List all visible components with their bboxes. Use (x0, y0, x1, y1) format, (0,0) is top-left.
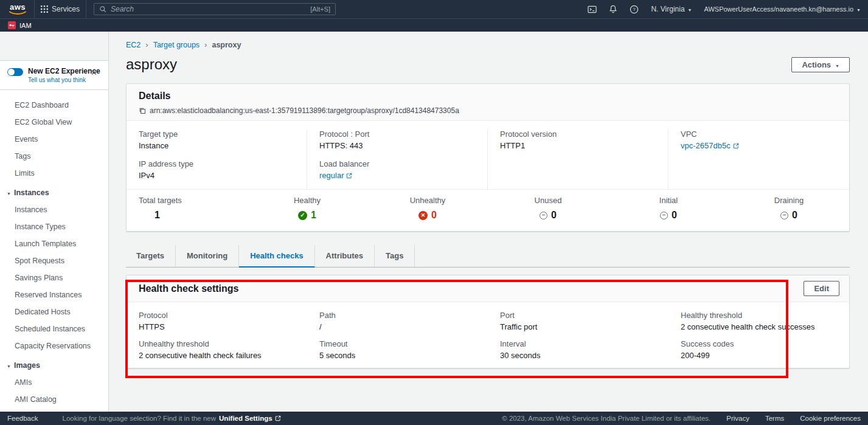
aws-logo[interactable]: aws (7, 2, 28, 16)
sidebar-item-ec2-global-view[interactable]: EC2 Global View (0, 116, 108, 129)
breadcrumb: EC2 Target groups asproxy (126, 40, 850, 49)
actions-button[interactable]: Actions (791, 57, 850, 72)
tab-attributes[interactable]: Attributes (315, 245, 375, 267)
experience-toggle[interactable] (7, 68, 23, 76)
external-link-icon (733, 143, 739, 149)
healthy-status-icon (298, 211, 307, 220)
field-hc-path: Path / (307, 311, 488, 332)
sidebar-item-scheduled-instances[interactable]: Scheduled Instances (0, 322, 108, 336)
sidebar-item-events[interactable]: Events (0, 133, 108, 146)
divider (86, 0, 86, 18)
details-card: Details arn:aws:elasticloadbalancing:us-… (126, 83, 850, 232)
load-balancer-link[interactable]: regular (319, 170, 352, 181)
sidebar-nav: EC2 Dashboard EC2 Global View Events Tag… (0, 90, 108, 412)
counter-unhealthy: Unhealthy 0 (367, 196, 488, 221)
experience-feedback-link[interactable]: Tell us what you think (28, 77, 86, 83)
field-hc-port: Port Traffic port (488, 311, 668, 332)
sidebar-item-amis[interactable]: AMIs (0, 376, 108, 389)
search-input[interactable] (111, 5, 306, 13)
health-check-header: Health check settings Edit (127, 275, 849, 302)
sidebar-section-instances[interactable]: Instances (0, 186, 108, 199)
vpc-link[interactable]: vpc-2657db5c (681, 140, 739, 151)
details-title: Details (139, 90, 837, 102)
sidebar-item-reserved-instances[interactable]: Reserved Instances (0, 288, 108, 302)
page-title: asproxy (126, 55, 177, 74)
unified-settings-link[interactable]: Unified Settings (219, 415, 281, 422)
caret-down-icon (7, 361, 11, 370)
details-header: Details arn:aws:elasticloadbalancing:us-… (127, 84, 849, 121)
sidebar-item-ami-catalog[interactable]: AMI Catalog (0, 393, 108, 406)
counter-unused: Unused 0 (488, 196, 608, 221)
sidebar-item-spot-requests[interactable]: Spot Requests (0, 254, 108, 268)
sidebar-item-capacity-reservations[interactable]: Capacity Reservations (0, 339, 108, 353)
search-icon (99, 5, 106, 13)
health-check-title: Health check settings (139, 283, 239, 295)
tab-health-checks[interactable]: Health checks (239, 245, 314, 268)
breadcrumb-current: asproxy (212, 41, 241, 49)
chevron-down-icon (688, 5, 692, 13)
external-link-icon (275, 415, 281, 421)
breadcrumb-ec2[interactable]: EC2 (126, 41, 141, 49)
section-title: Images (14, 361, 40, 370)
services-menu[interactable]: Services (41, 5, 80, 13)
iam-service-icon (8, 21, 16, 29)
search-shortcut: [Alt+S] (310, 5, 330, 13)
cloudshell-icon[interactable] (588, 5, 597, 14)
aws-smile-icon (9, 11, 27, 15)
field-hc-timeout: Timeout 5 seconds (307, 339, 488, 361)
edit-label: Edit (814, 284, 829, 293)
counter-initial: Initial 0 (608, 196, 729, 221)
field-hc-healthy-threshold: Healthy threshold 2 consecutive health c… (668, 311, 849, 332)
help-icon[interactable]: ? (630, 5, 639, 14)
copy-icon[interactable] (139, 107, 146, 114)
neutral-status-icon (660, 212, 668, 219)
favorites-bar: IAM (0, 18, 868, 32)
sidebar-item-launch-templates[interactable]: Launch Templates (0, 237, 108, 251)
edit-button[interactable]: Edit (804, 281, 839, 296)
breadcrumb-separator-icon (145, 40, 148, 49)
chevron-down-icon (835, 60, 839, 69)
actions-label: Actions (802, 60, 831, 69)
neutral-status-icon (780, 212, 788, 219)
field-protocol-port: Protocol : Port HTTPS: 443 (319, 130, 475, 151)
new-ec2-experience-panel: New EC2 Experience Tell us what you thin… (0, 60, 108, 90)
experience-title: New EC2 Experience (28, 67, 100, 75)
tab-tags[interactable]: Tags (375, 245, 415, 267)
field-hc-unhealthy-threshold: Unhealthy threshold 2 consecutive health… (127, 339, 307, 361)
notifications-bell-icon[interactable] (609, 5, 617, 13)
field-vpc: VPC vpc-2657db5c (681, 130, 837, 151)
field-target-type: Target type Instance (139, 130, 294, 151)
terms-link[interactable]: Terms (765, 415, 784, 422)
close-icon[interactable] (91, 68, 97, 77)
target-counters: Total targets 1 Healthy 1 Unhealthy 0 Un… (127, 189, 849, 231)
region-label: N. Virginia (651, 5, 684, 13)
sidebar-item-ec2-dashboard[interactable]: EC2 Dashboard (0, 98, 108, 112)
field-hc-interval: Interval 30 seconds (488, 339, 668, 361)
breadcrumb-separator-icon (204, 40, 207, 49)
tab-targets[interactable]: Targets (126, 245, 176, 267)
cookie-preferences-link[interactable]: Cookie preferences (800, 415, 861, 422)
account-label: AWSPowerUserAccess/navaneeth.kn@harness.… (704, 5, 854, 13)
counter-healthy: Healthy 1 (247, 196, 367, 221)
sidebar-section-images[interactable]: Images (0, 359, 108, 372)
external-link-icon (346, 173, 352, 179)
tab-monitoring[interactable]: Monitoring (176, 245, 239, 267)
favorite-iam[interactable]: IAM (19, 22, 32, 29)
account-menu[interactable]: AWSPowerUserAccess/navaneeth.kn@harness.… (704, 5, 861, 13)
privacy-link[interactable]: Privacy (726, 415, 749, 422)
services-label: Services (52, 5, 80, 13)
sidebar-item-tags[interactable]: Tags (0, 150, 108, 163)
sidebar-item-instances[interactable]: Instances (0, 203, 108, 216)
counter-total-targets: Total targets 1 (127, 196, 247, 221)
target-group-arn: arn:aws:elasticloadbalancing:us-east-1:3… (150, 106, 459, 116)
feedback-link[interactable]: Feedback (7, 415, 38, 422)
sidebar-item-dedicated-hosts[interactable]: Dedicated Hosts (0, 305, 108, 319)
sidebar-item-instance-types[interactable]: Instance Types (0, 220, 108, 233)
region-selector[interactable]: N. Virginia (651, 5, 692, 13)
chevron-down-icon (856, 5, 861, 13)
global-search[interactable]: [Alt+S] (94, 3, 336, 15)
sidebar-item-savings-plans[interactable]: Savings Plans (0, 271, 108, 285)
sidebar-item-limits[interactable]: Limits (0, 167, 108, 180)
breadcrumb-target-groups[interactable]: Target groups (153, 41, 200, 49)
sidebar: New EC2 Experience Tell us what you thin… (0, 32, 109, 412)
